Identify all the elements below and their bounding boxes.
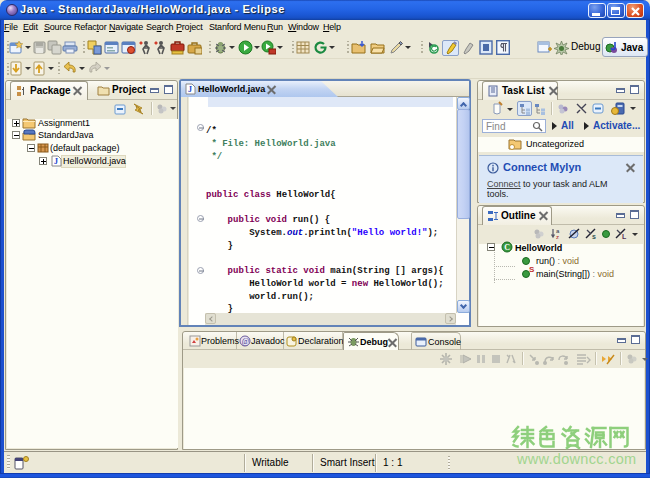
svg-text:z: z	[556, 234, 559, 240]
svg-text:J: J	[188, 85, 192, 94]
svg-text:C: C	[504, 243, 510, 252]
svg-text:L: L	[622, 233, 627, 240]
svg-text:@: @	[242, 337, 249, 346]
svg-text:s: s	[592, 233, 596, 240]
svg-text:J: J	[54, 157, 58, 166]
